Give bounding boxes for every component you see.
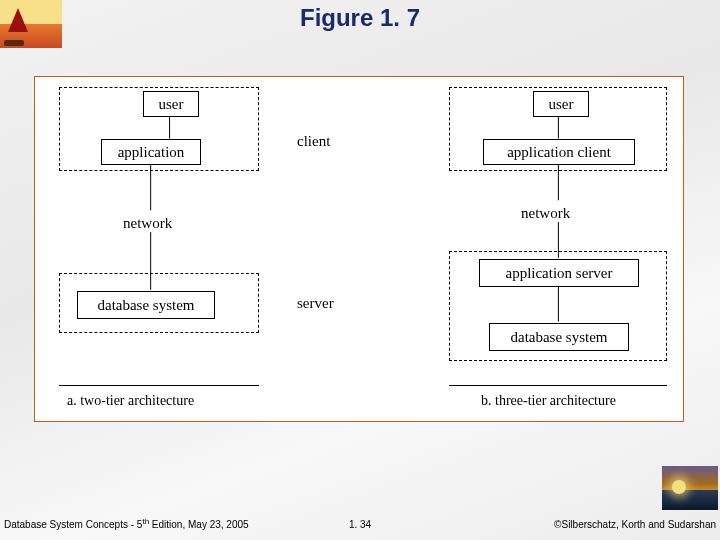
sunset-water-icon	[662, 466, 718, 510]
user-box-right: user	[533, 91, 589, 117]
database-system-box-right: database system	[489, 323, 629, 351]
client-label: client	[297, 133, 330, 150]
footer-right: ©Silberschatz, Korth and Sudarshan	[554, 519, 716, 530]
caption-divider-right	[449, 385, 667, 386]
caption-right: b. three-tier architecture	[481, 393, 616, 409]
caption-left: a. two-tier architecture	[67, 393, 194, 409]
footer: Database System Concepts - 5th Edition, …	[0, 510, 720, 530]
application-box-left: application	[101, 139, 201, 165]
network-label-right: network	[521, 205, 570, 222]
network-label-left: network	[123, 215, 172, 232]
application-client-box: application client	[483, 139, 635, 165]
figure-panel: user application client network database…	[34, 76, 684, 422]
caption-divider-left	[59, 385, 259, 386]
application-server-box: application server	[479, 259, 639, 287]
page-title: Figure 1. 7	[0, 4, 720, 32]
server-label: server	[297, 295, 334, 312]
database-system-box-left: database system	[77, 291, 215, 319]
user-box-left: user	[143, 91, 199, 117]
